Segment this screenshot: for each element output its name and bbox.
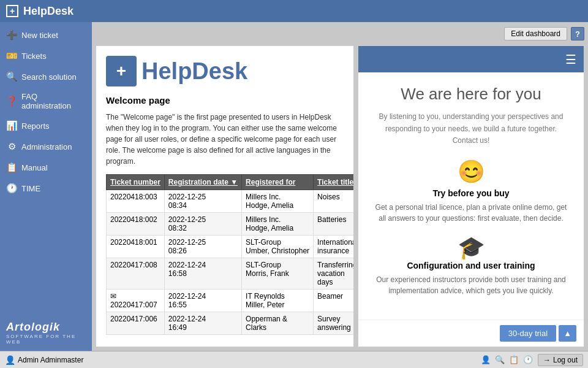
sidebar-item-label: Search solution (21, 72, 77, 82)
try-section-text: Get a personal trial licence, plan a pri… (373, 202, 569, 224)
time-icon: 🕐 (6, 183, 17, 194)
statusbar-icons: 👤 🔍 📋 🕐 (480, 354, 534, 366)
sidebar-item-label: FAQ administration (21, 92, 86, 110)
tagline: We are here for you (373, 85, 569, 104)
sidebar-item-administration[interactable]: ⚙ Administration (0, 136, 92, 157)
registered-for-cell: Millers Inc. Hodge, Amelia (242, 213, 314, 236)
sidebar-item-manual[interactable]: 📋 Manual (0, 157, 92, 178)
registered-for-cell: Millers Inc. Hodge, Amelia (242, 190, 314, 213)
ticket-title-cell: Survey answering (314, 312, 354, 335)
right-panel: ☰ We are here for you By listening to yo… (358, 45, 584, 347)
ticket-table: Ticket number Registration date ▼ Regist… (106, 174, 354, 335)
registered-for-cell: SLT-Group Umber, Christopher (242, 236, 314, 258)
right-panel-body: We are here for you By listening to you,… (358, 72, 584, 320)
statusbar-right: 👤 🔍 📋 🕐 → Log out (480, 354, 583, 366)
topbar: + HelpDesk (0, 0, 588, 22)
right-panel-header: ☰ (358, 46, 584, 72)
app-title: HelpDesk (23, 5, 74, 18)
table-row[interactable]: 20220418:0012022-12-25 08:26SLT-Group Um… (107, 236, 355, 258)
plus-icon: ➕ (6, 29, 17, 40)
logout-icon: → (543, 356, 551, 364)
sidebar-item-label: Reports (21, 121, 50, 131)
registered-for-cell: Opperman & Clarks (242, 312, 314, 335)
ticket-number-cell: 20220418:001 (107, 236, 165, 258)
welcome-description: The "Welcome page" is the first page pre… (106, 112, 344, 167)
registered-for-cell: IT Reynolds Miller, Peter (242, 289, 314, 312)
sidebar-item-label: TIME (21, 184, 40, 193)
statusbar-icon-4[interactable]: 🕐 (522, 354, 534, 366)
edit-dashboard-button[interactable]: Edit dashboard (504, 27, 567, 40)
sidebar-item-label: New ticket (21, 31, 58, 40)
table-row[interactable]: 20220418:0022022-12-25 08:32Millers Inc.… (107, 213, 355, 236)
welcome-panel: + HelpDesk Welcome page The "Welcome pag… (96, 45, 354, 347)
ticket-number-cell: 20220418:002 (107, 213, 165, 236)
sidebar-item-time[interactable]: 🕐 TIME (0, 178, 92, 199)
hamburger-icon[interactable]: ☰ (565, 52, 576, 67)
table-row[interactable]: 20220417:0082022-12-24 16:58SLT-Group Mo… (107, 258, 355, 289)
ticket-title-cell: Batteries (314, 213, 354, 236)
main-layout: ➕ New ticket 🎫 Tickets 🔍 Search solution… (0, 22, 588, 351)
helpdesk-banner: + HelpDesk (106, 56, 344, 86)
ticket-number-cell: 20220417:006 (107, 312, 165, 335)
trial-button[interactable]: 30-day trial (500, 325, 556, 342)
reports-icon: 📊 (6, 120, 17, 131)
table-row[interactable]: 20220417:0062022-12-24 16:49Opperman & C… (107, 312, 355, 335)
ticket-number-cell: 20220417:008 (107, 258, 165, 289)
sidebar-item-new-ticket[interactable]: ➕ New ticket (0, 25, 92, 45)
smiley-icon: 😊 (373, 159, 569, 185)
statusbar-left: 👤 Admin Adminmaster (5, 355, 83, 365)
helpdesk-plus-icon: + (106, 56, 137, 86)
col-ticket-title[interactable]: Ticket title (314, 175, 354, 190)
logout-label: Log out (553, 356, 578, 364)
search-icon: 🔍 (6, 71, 17, 82)
try-section-title: Try before you buy (373, 188, 569, 198)
sidebar: ➕ New ticket 🎫 Tickets 🔍 Search solution… (0, 22, 92, 351)
registration-date-cell: 2022-12-24 16:55 (164, 289, 241, 312)
statusbar-icon-2[interactable]: 🔍 (494, 354, 506, 366)
ticket-title-cell: Noises (314, 190, 354, 213)
sidebar-item-tickets[interactable]: 🎫 Tickets (0, 45, 92, 66)
statusbar: 👤 Admin Adminmaster 👤 🔍 📋 🕐 → Log out (0, 351, 588, 368)
table-row[interactable]: ✉ 20220417:0072022-12-24 16:55IT Reynold… (107, 289, 355, 312)
ticket-title-cell: International insurance (314, 236, 354, 258)
graduation-icon: 🎓 (373, 235, 569, 261)
sidebar-item-faq-administration[interactable]: ❓ FAQ administration (0, 87, 92, 115)
table-row[interactable]: 20220418:0032022-12-25 08:34Millers Inc.… (107, 190, 355, 213)
welcome-page-title: Welcome page (106, 95, 344, 105)
sidebar-item-reports[interactable]: 📊 Reports (0, 115, 92, 136)
registered-for-cell: SLT-Group Morris, Frank (242, 258, 314, 289)
ticket-title-cell: Beamer (314, 289, 354, 312)
sidebar-item-label: Administration (21, 142, 72, 151)
expand-button[interactable]: ▲ (559, 325, 576, 342)
col-registered-for[interactable]: Registered for (242, 175, 314, 190)
statusbar-icon-1[interactable]: 👤 (480, 354, 492, 366)
try-section: 😊 Try before you buy Get a personal tria… (373, 159, 569, 224)
manual-icon: 📋 (6, 162, 17, 173)
user-icon: 👤 (5, 355, 15, 365)
logo-icon: + (6, 5, 18, 17)
col-ticket-number[interactable]: Ticket number (107, 175, 165, 190)
subtitle: By listening to you, understanding your … (373, 111, 569, 147)
faq-icon: ❓ (6, 96, 17, 107)
statusbar-icon-3[interactable]: 📋 (508, 354, 520, 366)
right-panel-footer: 30-day trial ▲ (358, 320, 584, 347)
top-action-bar: Edit dashboard ? (96, 26, 584, 42)
admin-icon: ⚙ (6, 141, 17, 152)
helpdesk-name: HelpDesk (141, 58, 247, 85)
panels-row: + HelpDesk Welcome page The "Welcome pag… (96, 45, 584, 347)
content-area: Edit dashboard ? + HelpDesk Welcome page… (92, 22, 588, 351)
training-section: 🎓 Configuration and user training Our ex… (373, 235, 569, 296)
sidebar-item-label: Manual (21, 163, 48, 172)
ticket-number-cell: ✉ 20220417:007 (107, 289, 165, 312)
ticket-number-cell: 20220418:003 (107, 190, 165, 213)
registration-date-cell: 2022-12-25 08:26 (164, 236, 241, 258)
logout-button[interactable]: → Log out (538, 354, 583, 366)
sidebar-item-search-solution[interactable]: 🔍 Search solution (0, 66, 92, 87)
training-section-title: Configuration and user training (373, 261, 569, 270)
artologik-logo: Artologik SOFTWARE FOR THE WEB (0, 315, 92, 351)
registration-date-cell: 2022-12-25 08:32 (164, 213, 241, 236)
help-button[interactable]: ? (571, 27, 584, 40)
col-registration-date[interactable]: Registration date ▼ (164, 175, 241, 190)
registration-date-cell: 2022-12-24 16:49 (164, 312, 241, 335)
ticket-tbody: 20220418:0032022-12-25 08:34Millers Inc.… (107, 190, 355, 335)
